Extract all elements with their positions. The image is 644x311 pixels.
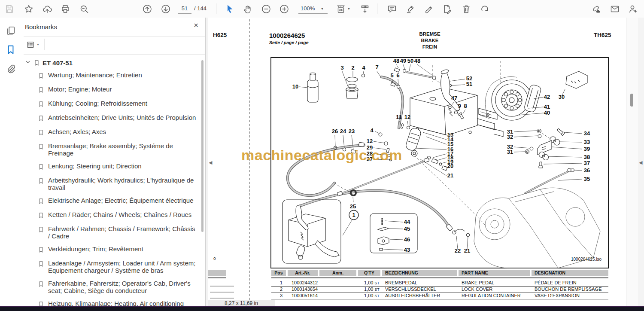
svg-text:23: 23 <box>349 128 355 134</box>
cell-anm <box>319 280 356 286</box>
cell-partname: BRAKE PEDAL <box>459 280 530 286</box>
chevron-down-icon[interactable] <box>25 59 31 67</box>
svg-text:33: 33 <box>584 139 590 145</box>
star-icon[interactable] <box>24 4 34 14</box>
fit-caret-icon[interactable]: ▼ <box>347 7 350 10</box>
svg-text:12: 12 <box>367 138 373 144</box>
page-down-icon[interactable] <box>161 4 171 14</box>
bookmark-item[interactable]: Verkleidungen; Trim; Revêtement <box>38 245 197 254</box>
svg-text:42: 42 <box>544 94 550 100</box>
bookmark-icon <box>38 128 44 137</box>
cell-artnr: 1000143654 <box>288 287 318 293</box>
svg-text:48: 48 <box>393 58 399 64</box>
sign-pen-icon[interactable] <box>424 4 434 14</box>
svg-text:47: 47 <box>451 95 457 101</box>
bookmark-options-button[interactable]: ▼ <box>26 39 43 50</box>
bookmark-icon <box>38 100 44 108</box>
email-icon[interactable] <box>610 4 620 14</box>
bookmark-item-label: Arbeitshydraulik; Work hydraulics; L'hyd… <box>48 177 197 191</box>
svg-text:3: 3 <box>340 64 343 71</box>
svg-text:10: 10 <box>292 83 298 90</box>
share-link-icon[interactable] <box>591 4 601 14</box>
chevron-down-icon: ▼ <box>36 43 39 46</box>
vertical-scrollbar-track[interactable] <box>626 18 639 306</box>
svg-text:4: 4 <box>362 64 365 71</box>
redo-icon[interactable] <box>480 4 490 14</box>
bookmark-item[interactable]: Motor; Engine; Moteur <box>38 85 197 94</box>
comment-icon[interactable] <box>387 4 397 14</box>
table-row: 3 1000051614 1,00 ST AUSGLEICHSBEHÄLTER … <box>271 293 608 299</box>
bookmarks-panel: Bookmarks × ▼ ET 407-51 Wartung; Mainten… <box>24 18 206 306</box>
bookmark-item[interactable]: Elektrische Anlage; Electric; Équipement… <box>38 197 197 205</box>
bookmark-icon <box>38 114 44 122</box>
bookmarks-icon[interactable] <box>5 44 16 55</box>
bookmark-item[interactable]: Wartung; Maintenance; Entretien <box>38 71 197 80</box>
bookmark-item[interactable]: Arbeitshydraulik; Work hydraulics; L'hyd… <box>38 177 197 191</box>
bookmark-item[interactable]: Achsen; Axles; Axes <box>38 128 197 137</box>
bookmark-icon <box>33 59 40 67</box>
bookmark-icon <box>38 143 44 151</box>
print-icon[interactable] <box>60 4 70 14</box>
trash-icon[interactable] <box>461 4 471 14</box>
close-icon[interactable]: × <box>194 21 198 29</box>
highlighter-icon[interactable] <box>405 4 416 14</box>
svg-text:30: 30 <box>559 94 565 100</box>
pdf-viewer-app: 51 / 144 100% ▼ ▼ Bookmarks × <box>0 0 644 311</box>
page-thumbnails-icon[interactable] <box>5 25 16 37</box>
zoom-underline <box>298 13 328 14</box>
divider <box>24 36 205 37</box>
bookmark-list: Wartung; Maintenance; Entretien Motor; E… <box>38 71 197 311</box>
cell-designation: VASE D'EXPANSION <box>532 293 608 299</box>
search-icon[interactable] <box>79 4 89 14</box>
svg-text:21: 21 <box>464 247 470 254</box>
cloud-upload-icon[interactable] <box>42 4 52 14</box>
cell-partname: REGULATION CONTAINER <box>459 293 530 299</box>
bookmark-item[interactable]: Ketten / Räder; Chains / Wheels; Chaînes… <box>38 211 197 220</box>
select-cursor-icon[interactable] <box>225 4 235 14</box>
bookmark-item-label: Wartung; Maintenance; Entretien <box>48 71 142 80</box>
svg-text:34: 34 <box>584 130 590 137</box>
collapse-panel-icon[interactable]: ◀ <box>209 160 212 165</box>
bookmark-item[interactable]: Lenkung; Steering unit; Direction <box>38 162 197 171</box>
cell-pos: 2 <box>271 287 286 293</box>
fill-sign-icon[interactable] <box>442 4 452 14</box>
bookmark-item[interactable]: Antriebseinheiten; Drive Units; Unités d… <box>38 114 197 122</box>
zoom-caret-icon[interactable]: ▼ <box>321 7 324 10</box>
zoom-level-select[interactable]: 100% <box>301 5 315 12</box>
cell-qty: 1,00 ST <box>358 280 380 286</box>
bookmark-item[interactable]: Ladeanlage / Armsystem; Loader unit / Ar… <box>38 259 197 274</box>
zoom-in-icon[interactable] <box>279 4 289 14</box>
bookmark-item[interactable]: Fahrerkabine, Fahrersitz; Operator's Cab… <box>38 280 197 294</box>
bookmark-item-label: Ketten / Räder; Chains / Wheels; Chaînes… <box>48 211 191 220</box>
parts-table: Pos Art.-Nr. Anm. Q'TY BEZEICHNUNG PART … <box>271 270 608 276</box>
svg-text:40: 40 <box>544 110 550 116</box>
bookmark-item[interactable]: Fahrwerk / Rahmen; Chassis / Framework; … <box>38 225 197 240</box>
attachments-icon[interactable] <box>5 63 16 74</box>
svg-text:11: 11 <box>396 114 402 120</box>
bookmark-item-label: Verkleidungen; Trim; Revêtement <box>48 245 143 254</box>
save-icon[interactable] <box>4 4 15 14</box>
panel-scrollbar-thumb[interactable] <box>201 60 204 232</box>
collapse-right-panel-icon[interactable]: ◀ <box>639 160 642 165</box>
bookmark-item-label: Lenkung; Steering unit; Direction <box>48 162 142 171</box>
table-row: 1 1000244312 1,00 ST BREMSPEDAL BRAKE PE… <box>271 280 608 287</box>
cell-partname: LOCK COVER <box>459 287 530 293</box>
bookmark-icon <box>38 197 44 205</box>
cell-designation: BOUCHON DE REMPLISSAGE <box>532 287 608 293</box>
hand-icon[interactable] <box>243 4 253 14</box>
bookmark-item[interactable]: Kühlung; Cooling; Refroidissement <box>38 100 197 108</box>
bookmark-root[interactable]: ET 407-51 <box>25 58 73 67</box>
svg-text:4: 4 <box>370 127 374 134</box>
add-person-icon[interactable] <box>628 4 638 14</box>
svg-text:2: 2 <box>351 64 354 71</box>
bookmark-item-label: Motor; Engine; Moteur <box>48 85 112 94</box>
col-header-artnr: Art.-Nr. <box>288 270 318 276</box>
page-scroll-icon[interactable] <box>360 4 370 14</box>
fit-width-icon[interactable] <box>336 4 346 14</box>
bookmark-item[interactable]: Bremsanlage; Brake assembly; Systéme de … <box>38 142 197 157</box>
vertical-scrollbar-thumb[interactable] <box>630 94 633 107</box>
page-up-icon[interactable] <box>142 4 152 14</box>
page-number-input[interactable]: 51 <box>179 5 191 12</box>
zoom-out-icon[interactable] <box>261 4 271 14</box>
cell-qty: 1,00 ST <box>358 293 380 299</box>
